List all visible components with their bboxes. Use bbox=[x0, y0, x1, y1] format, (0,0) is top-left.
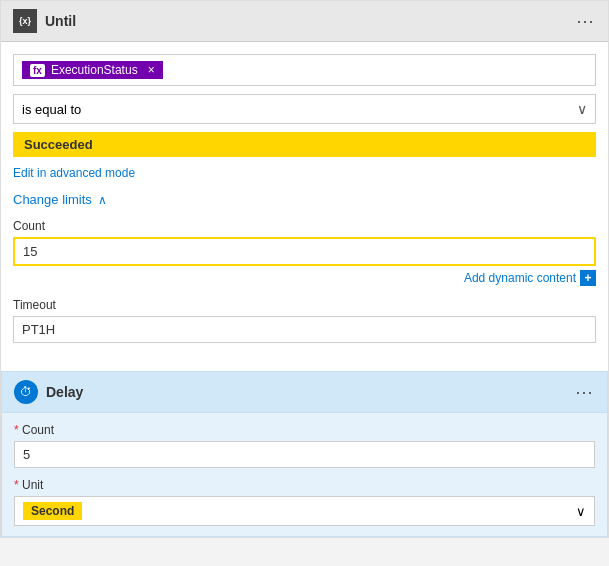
delay-body: Count Unit Second ∨ bbox=[2, 413, 607, 536]
change-limits-label: Change limits bbox=[13, 192, 92, 207]
add-dynamic-content-link[interactable]: Add dynamic content bbox=[464, 271, 576, 285]
change-limits-toggle[interactable]: Change limits ∧ bbox=[13, 192, 596, 207]
delay-header-left: ⏱ Delay bbox=[14, 380, 83, 404]
delay-unit-dropdown[interactable]: Second ∨ bbox=[14, 496, 595, 526]
add-dynamic-content-row: Add dynamic content + bbox=[13, 270, 596, 286]
timeout-input[interactable] bbox=[13, 316, 596, 343]
delay-count-label: Count bbox=[14, 423, 595, 437]
execution-status-row: fx ExecutionStatus × bbox=[13, 54, 596, 86]
tag-close-button[interactable]: × bbox=[148, 63, 155, 77]
edit-advanced-link[interactable]: Edit in advanced mode bbox=[13, 166, 135, 180]
until-more-button[interactable]: ⋯ bbox=[576, 10, 596, 32]
unit-chevron-icon: ∨ bbox=[576, 504, 586, 519]
timeout-field-container: Timeout bbox=[13, 298, 596, 343]
operator-label: is equal to bbox=[22, 102, 81, 117]
until-header-left: {x} Until bbox=[13, 9, 76, 33]
unit-badge: Second bbox=[23, 502, 82, 520]
delay-title: Delay bbox=[46, 384, 83, 400]
count-field-container: Count bbox=[13, 219, 596, 266]
operator-chevron-icon: ∨ bbox=[577, 101, 587, 117]
change-limits-chevron-icon: ∧ bbox=[98, 193, 107, 207]
delay-unit-label: Unit bbox=[14, 478, 595, 492]
add-dynamic-plus-icon[interactable]: + bbox=[580, 270, 596, 286]
until-body: fx ExecutionStatus × is equal to ∨ Succe… bbox=[1, 42, 608, 371]
delay-icon: ⏱ bbox=[14, 380, 38, 404]
operator-dropdown[interactable]: is equal to ∨ bbox=[13, 94, 596, 124]
delay-section: ⏱ Delay ⋯ Count Unit Second ∨ bbox=[1, 371, 608, 537]
count-input[interactable] bbox=[13, 237, 596, 266]
until-title: Until bbox=[45, 13, 76, 29]
main-container: {x} Until ⋯ fx ExecutionStatus × is equa… bbox=[0, 0, 609, 538]
succeeded-badge: Succeeded bbox=[13, 132, 596, 157]
delay-count-container: Count bbox=[14, 423, 595, 468]
until-header: {x} Until ⋯ bbox=[1, 1, 608, 42]
until-icon: {x} bbox=[13, 9, 37, 33]
delay-header: ⏱ Delay ⋯ bbox=[2, 372, 607, 413]
execution-status-label: ExecutionStatus bbox=[51, 63, 138, 77]
timeout-label: Timeout bbox=[13, 298, 596, 312]
execution-status-tag: fx ExecutionStatus × bbox=[22, 61, 163, 79]
delay-count-input[interactable] bbox=[14, 441, 595, 468]
delay-more-button[interactable]: ⋯ bbox=[575, 381, 595, 403]
delay-clock-icon: ⏱ bbox=[20, 385, 32, 399]
fx-icon: fx bbox=[30, 64, 45, 77]
delay-unit-container: Unit Second ∨ bbox=[14, 478, 595, 526]
count-label: Count bbox=[13, 219, 596, 233]
